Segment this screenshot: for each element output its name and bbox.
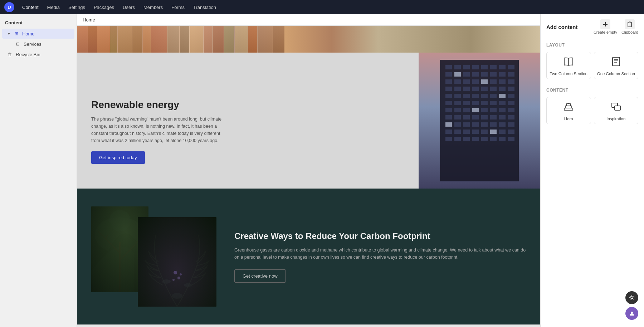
svg-rect-78 (481, 130, 488, 134)
nav-item-packages[interactable]: Packages (90, 3, 118, 11)
content-area: Home (77, 14, 540, 327)
svg-rect-43 (454, 101, 461, 105)
svg-rect-92 (499, 94, 506, 98)
main-layout: Content ▼ ⊞ Home ⊟ Services 🗑 Recycle Bi… (0, 14, 644, 327)
svg-rect-27 (454, 87, 461, 91)
nav-item-settings[interactable]: Settings (65, 3, 89, 11)
user-circle-button[interactable] (625, 307, 638, 320)
svg-rect-60 (463, 115, 470, 119)
sidebar-item-services[interactable]: ⊟ Services (2, 39, 74, 49)
svg-rect-34 (445, 94, 452, 98)
svg-rect-75 (454, 130, 461, 134)
home-icon: ⊞ (14, 31, 19, 36)
svg-rect-59 (454, 115, 461, 119)
svg-rect-58 (445, 115, 452, 119)
svg-rect-3 (454, 65, 461, 69)
svg-rect-91 (481, 79, 488, 84)
get-inspired-button[interactable]: Get inspired today (91, 151, 145, 164)
inspiration-icon (610, 102, 622, 114)
add-content-panel: Add content Create empty Clipboard Layou… (540, 14, 644, 327)
svg-rect-24 (499, 79, 506, 84)
svg-rect-45 (472, 101, 479, 105)
svg-rect-48 (499, 101, 506, 105)
sidebar-item-label-services: Services (24, 42, 42, 47)
svg-rect-65 (508, 115, 514, 119)
svg-rect-46 (481, 101, 488, 105)
inspiration-label: Inspiration (606, 117, 625, 121)
top-banner (77, 26, 540, 53)
sidebar-item-label-home: Home (22, 31, 35, 36)
svg-rect-20 (463, 79, 470, 84)
svg-rect-80 (499, 130, 506, 134)
tree-arrow-icon: ▼ (7, 32, 11, 36)
svg-point-109 (184, 283, 192, 287)
panel-header: Add content Create empty Clipboard (541, 14, 644, 38)
inspiration-card[interactable]: Inspiration (594, 97, 639, 124)
clipboard-icon (625, 19, 635, 29)
hero-card[interactable]: Hero (546, 97, 591, 124)
svg-rect-42 (445, 101, 452, 105)
svg-rect-14 (481, 72, 488, 77)
create-empty-icon (600, 19, 610, 29)
svg-rect-64 (499, 115, 506, 119)
svg-rect-41 (508, 94, 514, 98)
recycle-bin-icon: 🗑 (7, 52, 13, 57)
svg-rect-51 (454, 108, 461, 112)
clipboard-button[interactable]: Clipboard (621, 19, 638, 34)
svg-rect-19 (454, 79, 461, 84)
create-empty-label: Create empty (594, 30, 617, 34)
svg-rect-26 (445, 87, 452, 91)
create-empty-button[interactable]: Create empty (594, 19, 617, 34)
svg-rect-47 (490, 101, 497, 105)
sidebar-item-home[interactable]: ▼ ⊞ Home (2, 29, 74, 39)
svg-rect-13 (472, 72, 479, 77)
nav-item-forms[interactable]: Forms (168, 3, 188, 11)
nav-item-content[interactable]: Content (19, 3, 42, 11)
svg-rect-2 (445, 65, 452, 69)
renewable-image (419, 53, 540, 189)
settings-circle-button[interactable] (625, 291, 638, 304)
svg-rect-73 (508, 122, 514, 127)
svg-rect-18 (445, 79, 452, 84)
one-column-section-card[interactable]: One Column Section (594, 52, 639, 79)
panel-title: Add content (546, 24, 578, 30)
carbon-title: Creative Ways to Reduce Your Carbon Foot… (234, 230, 526, 241)
svg-point-112 (172, 279, 175, 281)
nav-item-users[interactable]: Users (119, 3, 138, 11)
svg-rect-49 (508, 101, 514, 105)
svg-rect-37 (472, 94, 479, 98)
two-column-label: Two Column Section (550, 72, 587, 76)
sidebar-item-recycle[interactable]: 🗑 Recycle Bin (2, 49, 74, 59)
bottom-right-buttons (625, 291, 638, 320)
carbon-description: Greenhouse gases are carbon dioxide and … (234, 247, 526, 261)
svg-rect-23 (490, 79, 497, 84)
svg-point-97 (95, 217, 145, 253)
get-creative-button[interactable]: Get creative now (234, 269, 286, 283)
svg-rect-30 (481, 87, 488, 91)
svg-rect-106 (138, 217, 216, 307)
svg-rect-117 (629, 22, 631, 23)
svg-point-129 (631, 297, 633, 299)
svg-rect-84 (463, 137, 470, 141)
content-section-title: Content (541, 83, 644, 95)
clipboard-label: Clipboard (621, 30, 638, 34)
app-logo[interactable]: U (4, 2, 14, 12)
svg-rect-35 (454, 94, 461, 98)
svg-rect-9 (508, 65, 514, 69)
nav-item-members[interactable]: Members (140, 3, 166, 11)
carbon-text-area: Creative Ways to Reduce Your Carbon Foot… (234, 230, 526, 283)
services-icon: ⊟ (15, 41, 21, 47)
svg-rect-25 (508, 79, 514, 84)
two-column-section-card[interactable]: Two Column Section (546, 52, 591, 79)
renewable-title: Renewable energy (91, 99, 404, 111)
svg-rect-62 (481, 115, 488, 119)
carbon-section: Creative Ways to Reduce Your Carbon Foot… (77, 189, 540, 324)
svg-rect-63 (490, 115, 497, 119)
nav-item-translation[interactable]: Translation (190, 3, 220, 11)
svg-point-108 (162, 279, 171, 284)
svg-rect-55 (490, 108, 497, 112)
svg-rect-94 (445, 122, 452, 127)
svg-rect-83 (454, 137, 461, 141)
nav-item-media[interactable]: Media (44, 3, 63, 11)
svg-rect-93 (472, 108, 479, 112)
